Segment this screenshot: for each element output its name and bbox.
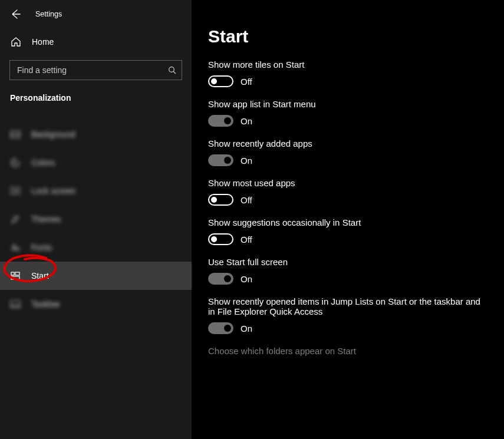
- toggle-row: On: [208, 154, 480, 166]
- choose-folders-link[interactable]: Choose which folders appear on Start: [208, 346, 480, 356]
- back-button[interactable]: [8, 7, 22, 21]
- home-label: Home: [32, 37, 54, 47]
- background-icon: [10, 129, 21, 140]
- sidebar-item-taskbar[interactable]: Taskbar: [0, 290, 192, 318]
- sidebar-item-background[interactable]: Background: [0, 120, 192, 148]
- svg-rect-6: [11, 187, 20, 194]
- svg-point-3: [12, 161, 14, 162]
- category-title: Personalization: [10, 93, 192, 103]
- taskbar-icon: [10, 299, 21, 309]
- colors-icon: [10, 157, 21, 168]
- search-icon: [168, 66, 177, 75]
- sidebar-item-label: Lock screen: [31, 186, 75, 196]
- svg-line-1: [173, 71, 176, 74]
- search-input[interactable]: [16, 65, 166, 75]
- search-box[interactable]: [9, 60, 182, 80]
- toggle-knob: [211, 236, 217, 242]
- sidebar-item-label: Taskbar: [31, 299, 60, 309]
- fonts-icon: [10, 242, 21, 253]
- home-button[interactable]: Home: [11, 37, 192, 47]
- toggle-switch[interactable]: [208, 194, 233, 206]
- sidebar-item-themes[interactable]: Themes: [0, 205, 192, 233]
- toggle-switch[interactable]: [208, 75, 233, 87]
- toggle-state-label: Off: [241, 235, 252, 245]
- setting-item: Use Start full screenOn: [208, 257, 480, 285]
- toggle-switch[interactable]: [208, 233, 233, 245]
- svg-rect-10: [15, 272, 19, 275]
- toggle-switch[interactable]: [208, 154, 233, 166]
- start-icon: [10, 270, 21, 281]
- setting-item: Show most used appsOff: [208, 178, 480, 206]
- themes-icon: [10, 214, 21, 225]
- toggle-row: Off: [208, 75, 480, 87]
- sidebar-item-label: Themes: [31, 214, 61, 224]
- toggle-switch[interactable]: [208, 115, 233, 127]
- setting-item: Show app list in Start menuOn: [208, 99, 480, 127]
- lockscreen-icon: [10, 186, 21, 196]
- sidebar-item-lockscreen[interactable]: Lock screen: [0, 177, 192, 205]
- setting-label: Show suggestions occasionally in Start: [208, 217, 480, 227]
- sidebar-item-colors[interactable]: Colors: [0, 148, 192, 177]
- sidebar-item-label: Fonts: [31, 243, 52, 252]
- svg-point-5: [15, 165, 16, 166]
- setting-label: Use Start full screen: [208, 257, 480, 267]
- page-title: Start: [208, 27, 480, 47]
- main-content: Start Show more tiles on StartOffShow ap…: [192, 0, 504, 439]
- toggle-state-label: Off: [241, 195, 252, 205]
- setting-item: Show more tiles on StartOff: [208, 60, 480, 87]
- sidebar: Settings Home Personalization: [0, 0, 192, 439]
- toggle-knob: [224, 117, 231, 124]
- svg-line-8: [17, 216, 19, 217]
- toggle-row: On: [208, 322, 480, 334]
- svg-rect-9: [11, 272, 14, 275]
- svg-rect-12: [11, 301, 20, 308]
- toggle-state-label: On: [241, 324, 252, 334]
- toggle-knob: [224, 157, 231, 164]
- toggle-knob: [211, 197, 217, 203]
- setting-item: Show recently opened items in Jump Lists…: [208, 296, 480, 334]
- setting-label: Show app list in Start menu: [208, 99, 480, 109]
- setting-label: Show most used apps: [208, 178, 480, 188]
- toggle-state-label: Off: [241, 77, 252, 87]
- back-arrow-icon: [10, 9, 21, 19]
- setting-item: Show recently added appsOn: [208, 138, 480, 166]
- sidebar-item-fonts[interactable]: Fonts: [0, 233, 192, 262]
- setting-label: Show recently added apps: [208, 138, 480, 148]
- titlebar: Settings: [0, 0, 192, 28]
- toggle-knob: [224, 275, 231, 282]
- toggle-row: Off: [208, 233, 480, 245]
- svg-point-0: [169, 67, 174, 72]
- toggle-state-label: On: [241, 116, 252, 126]
- svg-rect-11: [11, 276, 19, 279]
- toggle-knob: [211, 78, 217, 84]
- toggle-switch[interactable]: [208, 322, 233, 334]
- window-title: Settings: [35, 10, 62, 18]
- sidebar-item-label: Colors: [31, 158, 55, 167]
- toggle-state-label: On: [241, 274, 252, 284]
- search-container: [9, 60, 182, 80]
- sidebar-item-label: Start: [31, 271, 49, 280]
- toggle-knob: [224, 325, 231, 332]
- toggle-row: On: [208, 115, 480, 127]
- toggle-row: Off: [208, 194, 480, 206]
- setting-item: Show suggestions occasionally in StartOf…: [208, 217, 480, 245]
- nav-list: Background Colors Lock screen Themes: [0, 120, 192, 318]
- toggle-switch[interactable]: [208, 273, 233, 285]
- svg-point-4: [12, 163, 14, 164]
- sidebar-item-start[interactable]: Start: [0, 262, 192, 290]
- setting-label: Show recently opened items in Jump Lists…: [208, 296, 480, 316]
- toggle-row: On: [208, 273, 480, 285]
- home-icon: [11, 37, 21, 47]
- setting-label: Show more tiles on Start: [208, 60, 480, 70]
- sidebar-item-label: Background: [31, 130, 75, 139]
- toggle-state-label: On: [241, 156, 252, 166]
- svg-rect-7: [15, 190, 16, 192]
